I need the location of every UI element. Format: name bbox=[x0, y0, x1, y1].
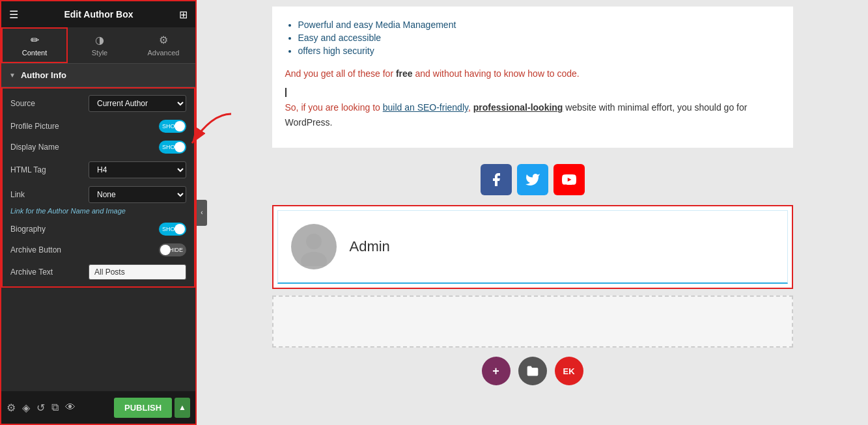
text-comma: , bbox=[468, 102, 473, 113]
html-tag-field-row: HTML Tag H4 bbox=[10, 161, 186, 178]
archive-button-field-row: Archive Button HIDE bbox=[10, 243, 186, 256]
profile-picture-toggle[interactable]: SHOW bbox=[159, 120, 186, 133]
add-button[interactable]: + bbox=[482, 357, 511, 385]
arrow-annotation bbox=[197, 111, 238, 156]
section-arrow-icon: ▼ bbox=[9, 72, 16, 79]
archive-text-label: Archive Text bbox=[10, 267, 53, 277]
preview-icon[interactable]: 👁 bbox=[65, 402, 76, 413]
archive-text-input[interactable] bbox=[89, 264, 186, 280]
panel-title: Edit Author Box bbox=[64, 9, 133, 20]
grid-icon[interactable]: ⊞ bbox=[179, 8, 188, 21]
html-tag-label: HTML Tag bbox=[10, 165, 46, 174]
tab-advanced[interactable]: ⚙ Advanced bbox=[132, 27, 195, 63]
history-icon[interactable]: ↺ bbox=[36, 402, 45, 414]
display-name-toggle-wrap: SHOW bbox=[159, 141, 186, 154]
list-item-text-2: Easy and accessible bbox=[298, 33, 382, 43]
footer-icons: ⚙ ◈ ↺ ⧉ 👁 bbox=[7, 402, 76, 414]
facebook-icon[interactable] bbox=[481, 164, 512, 195]
publish-dropdown-button[interactable]: ▲ bbox=[175, 398, 190, 418]
list-item-text-1: Powerful and easy Media Management bbox=[298, 20, 456, 30]
biography-toggle[interactable]: SHOW bbox=[159, 223, 186, 236]
author-info-body: Source Current Author Profile Picture SH… bbox=[1, 87, 195, 288]
publish-area: PUBLISH ▲ bbox=[114, 398, 190, 418]
tab-content[interactable]: ✏ Content bbox=[1, 27, 68, 63]
cursor-icon bbox=[285, 88, 287, 97]
biography-toggle-wrap: SHOW bbox=[159, 223, 186, 236]
content-text-seo: So, if you are looking to build an SEO-f… bbox=[285, 100, 780, 130]
author-info-section-header[interactable]: ▼ Author Info bbox=[1, 64, 195, 87]
display-name-label: Display Name bbox=[10, 143, 59, 152]
display-name-toggle-knob bbox=[175, 142, 185, 152]
youtube-icon[interactable] bbox=[553, 164, 585, 195]
tab-style[interactable]: ◑ Style bbox=[68, 27, 132, 63]
profile-picture-label: Profile Picture bbox=[10, 122, 59, 131]
tab-advanced-label: Advanced bbox=[148, 49, 180, 57]
content-list-block: Powerful and easy Media Management Easy … bbox=[272, 7, 793, 148]
profile-picture-toggle-knob bbox=[175, 121, 185, 131]
layers-icon[interactable]: ◈ bbox=[22, 402, 30, 414]
folder-button[interactable] bbox=[518, 357, 547, 385]
link-select[interactable]: None bbox=[89, 186, 186, 203]
tab-content-label: Content bbox=[22, 49, 48, 57]
tab-style-label: Style bbox=[92, 49, 107, 57]
archive-button-toggle-wrap: HIDE bbox=[159, 243, 186, 256]
source-label: Source bbox=[10, 99, 35, 108]
display-name-field-row: Display Name SHOW bbox=[10, 141, 186, 154]
cursor-line bbox=[285, 86, 780, 98]
main-content: Powerful and easy Media Management Easy … bbox=[197, 0, 868, 425]
style-icon: ◑ bbox=[95, 34, 104, 46]
text-so: So, if you are looking to bbox=[285, 102, 383, 113]
biography-label: Biography bbox=[10, 225, 46, 234]
author-avatar bbox=[291, 224, 337, 269]
collapse-handle[interactable]: ‹ bbox=[197, 200, 207, 226]
svg-point-2 bbox=[301, 252, 327, 266]
text-pro-bold: professional-looking bbox=[473, 102, 563, 113]
biography-field-row: Biography SHOW bbox=[10, 223, 186, 236]
source-field-row: Source Current Author bbox=[10, 95, 186, 112]
panel-footer: ⚙ ◈ ↺ ⧉ 👁 PUBLISH ▲ bbox=[1, 391, 195, 424]
panel-header: ☰ Edit Author Box ⊞ bbox=[1, 1, 195, 27]
ek-button[interactable]: EK bbox=[555, 357, 583, 385]
svg-point-1 bbox=[306, 234, 322, 249]
author-name: Admin bbox=[350, 238, 390, 255]
content-icon: ✏ bbox=[31, 34, 39, 46]
archive-button-toggle[interactable]: HIDE bbox=[159, 243, 186, 256]
publish-button[interactable]: PUBLISH bbox=[114, 398, 172, 418]
duplicate-icon[interactable]: ⧉ bbox=[51, 402, 59, 413]
profile-picture-toggle-wrap: SHOW bbox=[159, 120, 186, 133]
list-item: Easy and accessible bbox=[298, 33, 780, 43]
profile-picture-field-row: Profile Picture SHOW bbox=[10, 120, 186, 133]
html-tag-select[interactable]: H4 bbox=[89, 161, 186, 178]
author-box-outer: Admin bbox=[272, 205, 793, 289]
text-and2: and without having to know how to code. bbox=[413, 68, 580, 79]
panel-content: ▼ Author Info Source Current Author Prof… bbox=[1, 64, 195, 391]
link-hint: Link for the Author Name and Image bbox=[10, 207, 186, 215]
biography-toggle-knob bbox=[175, 224, 185, 234]
settings-icon[interactable]: ⚙ bbox=[7, 402, 16, 414]
twitter-icon[interactable] bbox=[517, 164, 548, 195]
list-item: offers high security bbox=[298, 46, 780, 56]
social-icons-row bbox=[481, 164, 585, 195]
text-build-link: build an SEO-friendly bbox=[383, 102, 468, 113]
left-panel: ☰ Edit Author Box ⊞ ✏ Content ◑ Style ⚙ … bbox=[0, 0, 197, 425]
link-field-row: Link None bbox=[10, 186, 186, 203]
list-item: Powerful and easy Media Management bbox=[298, 20, 780, 30]
content-text-free: And you get all of these for free and wi… bbox=[285, 66, 780, 81]
dashed-section bbox=[272, 295, 793, 348]
content-list: Powerful and easy Media Management Easy … bbox=[298, 20, 780, 56]
display-name-toggle[interactable]: SHOW bbox=[159, 141, 186, 154]
panel-tabs: ✏ Content ◑ Style ⚙ Advanced bbox=[1, 27, 195, 64]
hamburger-icon[interactable]: ☰ bbox=[9, 8, 18, 21]
bottom-actions: + EK bbox=[482, 357, 583, 385]
archive-button-toggle-text: HIDE bbox=[169, 247, 183, 253]
avatar-icon bbox=[294, 227, 333, 266]
advanced-icon: ⚙ bbox=[159, 34, 168, 46]
author-info-title: Author Info bbox=[21, 70, 66, 80]
text-free-bold: free bbox=[396, 68, 413, 79]
source-select[interactable]: Current Author bbox=[89, 95, 186, 112]
author-box: Admin bbox=[277, 210, 788, 284]
archive-button-label: Archive Button bbox=[10, 245, 61, 254]
link-label: Link bbox=[10, 190, 25, 199]
text-and: And you get all of these for bbox=[285, 68, 396, 79]
archive-text-field-row: Archive Text bbox=[10, 264, 186, 280]
